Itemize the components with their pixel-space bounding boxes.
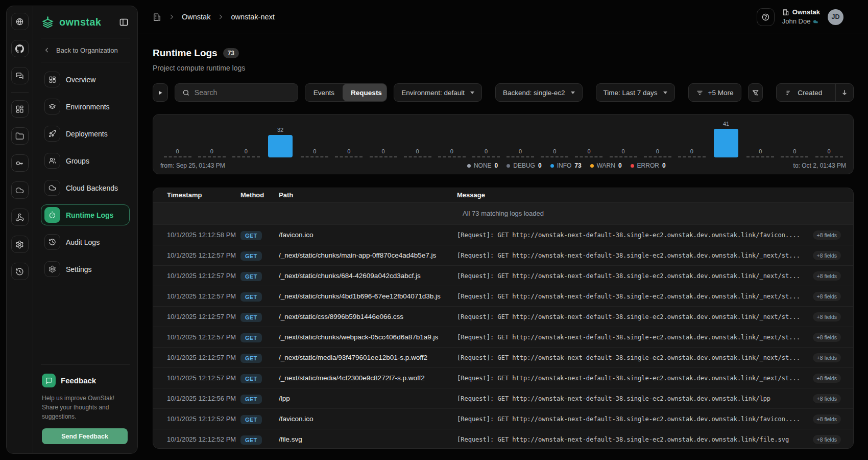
filter-environment[interactable]: Environment: default xyxy=(394,83,482,102)
sidebar-item-label: Environments xyxy=(66,103,110,111)
search-box[interactable] xyxy=(175,83,298,102)
histogram-bucket[interactable]: 0 xyxy=(366,148,400,157)
log-timestamp: 10/1/2025 12:12:57 PM xyxy=(167,313,240,320)
sidebar-item-audit-logs[interactable]: Audit Logs xyxy=(41,232,130,252)
org-user-switcher[interactable]: Ownstak John Doe xyxy=(782,8,820,26)
log-row[interactable]: 10/1/2025 12:12:57 PMGET/_next/static/me… xyxy=(153,348,853,368)
send-feedback-button[interactable]: Send Feedback xyxy=(42,428,128,444)
column-header-method: Method xyxy=(240,191,279,199)
log-message-cell: [Request]: GET http://ownstak-next-defau… xyxy=(457,415,841,424)
rail-webhook-icon[interactable] xyxy=(11,209,29,226)
histogram-bucket[interactable]: 0 xyxy=(640,148,674,157)
log-path: /favicon.ico xyxy=(279,415,457,423)
fields-badge[interactable]: +8 fields xyxy=(813,333,841,342)
log-row[interactable]: 10/1/2025 12:12:52 PMGET/file.svg[Reques… xyxy=(153,429,853,449)
histogram-bucket[interactable]: 0 xyxy=(778,148,812,157)
histogram-bucket[interactable]: 0 xyxy=(538,148,572,157)
histogram-bucket[interactable]: 0 xyxy=(812,148,846,157)
fields-badge[interactable]: +8 fields xyxy=(813,415,841,424)
histogram-bucket[interactable]: 0 xyxy=(503,148,538,157)
help-icon xyxy=(761,13,770,21)
log-row[interactable]: 10/1/2025 12:12:57 PMGET/_next/static/ch… xyxy=(153,286,853,307)
sidebar-item-cloud-backends[interactable]: Cloud Backends xyxy=(41,177,130,198)
sidebar-item-settings[interactable]: Settings xyxy=(41,259,130,280)
legend-info: INFO73 xyxy=(550,162,582,169)
log-row[interactable]: 10/1/2025 12:12:57 PMGET/_next/static/me… xyxy=(153,368,853,388)
sidebar-item-overview[interactable]: Overview xyxy=(41,69,130,90)
sidebar-item-runtime-logs[interactable]: Runtime Logs xyxy=(41,204,130,225)
histogram-bucket[interactable]: 0 xyxy=(674,148,709,157)
histogram-bucket[interactable]: 41 xyxy=(709,121,743,157)
histogram-bucket[interactable]: 0 xyxy=(606,148,640,157)
fields-badge[interactable]: +8 fields xyxy=(813,292,841,301)
histogram-bucket[interactable]: 0 xyxy=(332,148,366,157)
rail-cloud-icon[interactable] xyxy=(11,181,29,199)
log-message-cell: [Request]: GET http://ownstak-next-defau… xyxy=(457,292,841,301)
log-row[interactable]: 10/1/2025 12:12:57 PMGET/_next/static/ch… xyxy=(153,245,853,266)
fields-badge[interactable]: +8 fields xyxy=(813,353,841,362)
log-message-cell: [Request]: GET http://ownstak-next-defau… xyxy=(457,312,841,321)
breadcrumb-project[interactable]: ownstak-next xyxy=(231,13,274,21)
log-row[interactable]: 10/1/2025 12:12:52 PMGET/favicon.ico[Req… xyxy=(153,409,853,429)
collapse-sidebar-icon[interactable] xyxy=(117,16,130,28)
table-body: 10/1/2025 12:12:58 PMGET/favicon.ico[Req… xyxy=(153,225,853,449)
tab-requests[interactable]: Requests xyxy=(343,84,387,101)
help-button[interactable] xyxy=(757,8,775,26)
sidebar-item-groups[interactable]: Groups xyxy=(41,150,130,171)
log-row[interactable]: 10/1/2025 12:12:57 PMGET/_next/static/ch… xyxy=(153,266,853,286)
filter-time[interactable]: Time: Last 7 days xyxy=(596,83,675,102)
rail-gear-icon[interactable] xyxy=(11,236,29,253)
clear-filters-button[interactable] xyxy=(748,83,763,102)
search-input[interactable] xyxy=(195,88,291,97)
sidebar-item-label: Settings xyxy=(66,265,92,273)
log-row[interactable]: 10/1/2025 12:12:57 PMGET/_next/static/ch… xyxy=(153,327,853,348)
fields-badge[interactable]: +8 fields xyxy=(813,251,841,260)
log-row[interactable]: 10/1/2025 12:12:57 PMGET/_next/static/cs… xyxy=(153,307,853,327)
sort-by-button[interactable]: Created xyxy=(777,84,831,101)
chevron-down-icon xyxy=(470,91,474,94)
histogram-bucket[interactable]: 0 xyxy=(195,148,229,157)
fields-badge[interactable]: +8 fields xyxy=(813,374,841,383)
histogram-bucket[interactable]: 0 xyxy=(160,148,195,157)
fields-badge[interactable]: +8 fields xyxy=(813,231,841,240)
fields-badge[interactable]: +8 fields xyxy=(813,271,841,281)
tab-events[interactable]: Events xyxy=(305,84,343,101)
fields-badge[interactable]: +8 fields xyxy=(813,312,841,321)
histogram-bucket[interactable]: 32 xyxy=(263,127,297,157)
rail-dashboard-icon[interactable] xyxy=(11,100,29,118)
histogram-bucket[interactable]: 0 xyxy=(400,148,435,157)
back-to-organization[interactable]: Back to Organization xyxy=(41,38,130,62)
topbar: Ownstak ownstak-next Ownstak John Doe JD xyxy=(138,0,868,34)
histogram-bucket[interactable]: 0 xyxy=(572,148,606,157)
avatar[interactable]: JD xyxy=(828,9,843,25)
rail-history-icon[interactable] xyxy=(11,263,29,280)
rail-github-icon[interactable] xyxy=(11,40,29,57)
log-row[interactable]: 10/1/2025 12:12:58 PMGET/favicon.ico[Req… xyxy=(153,225,853,245)
histogram-bucket[interactable]: 0 xyxy=(743,148,778,157)
histogram-bucket[interactable]: 0 xyxy=(298,148,332,157)
log-path: /_next/static/chunks/main-app-0ff870ce4a… xyxy=(279,251,457,259)
log-timestamp: 10/1/2025 12:12:57 PM xyxy=(167,333,240,341)
more-filters-button[interactable]: +5 More xyxy=(688,83,741,102)
column-header-timestamp: Timestamp xyxy=(167,191,240,199)
rail-key-icon[interactable] xyxy=(11,154,29,172)
histogram-bucket[interactable]: 0 xyxy=(469,148,503,157)
histogram-bucket[interactable]: 0 xyxy=(229,148,263,157)
method-badge: GET xyxy=(240,231,279,240)
sort-direction-button[interactable] xyxy=(835,84,853,101)
log-message: [Request]: GET http://ownstak-next-defau… xyxy=(457,416,808,423)
rail-folder-icon[interactable] xyxy=(11,127,29,145)
histogram-bucket[interactable]: 0 xyxy=(435,148,469,157)
filter-backend[interactable]: Backend: single-ec2 xyxy=(495,83,583,102)
fields-badge[interactable]: +8 fields xyxy=(813,435,841,444)
log-timestamp: 10/1/2025 12:12:56 PM xyxy=(167,395,240,402)
rail-globe-icon[interactable] xyxy=(11,13,29,30)
rail-chat-icon[interactable] xyxy=(11,67,29,84)
search-icon xyxy=(182,89,190,97)
log-row[interactable]: 10/1/2025 12:12:56 PMGET/lpp[Request]: G… xyxy=(153,388,853,409)
sidebar-item-deployments[interactable]: Deployments xyxy=(41,123,130,144)
live-tail-button[interactable] xyxy=(153,83,168,102)
sidebar-item-environments[interactable]: Environments xyxy=(41,96,130,117)
breadcrumb-org[interactable]: Ownstak xyxy=(182,13,210,21)
fields-badge[interactable]: +8 fields xyxy=(813,394,841,403)
